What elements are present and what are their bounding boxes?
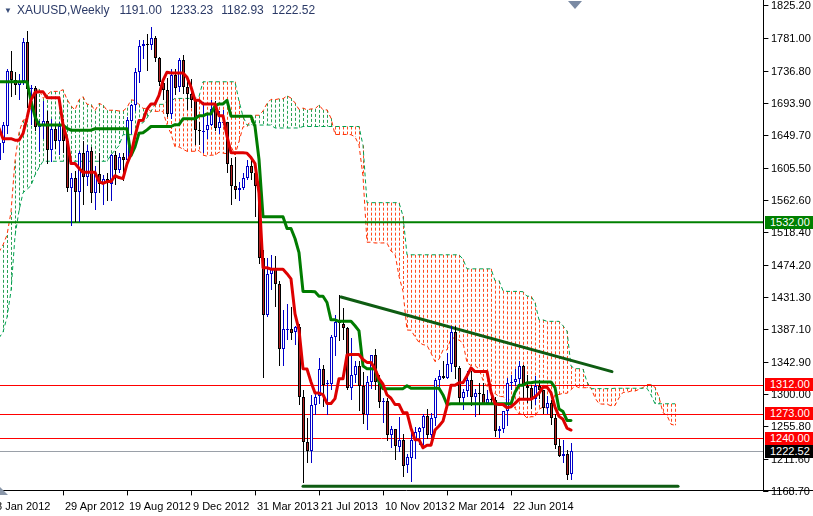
ohlc-open-value: 1191.00 <box>119 3 162 17</box>
symbol-info-line: ▼XAUUSD,Weekly1191.001233.231182.931222.… <box>4 3 323 17</box>
symbol-dropdown-icon[interactable]: ▼ <box>4 6 12 15</box>
price-chart-canvas[interactable] <box>0 0 813 516</box>
ohlc-high-value: 1233.23 <box>170 3 213 17</box>
last-bar-marker-icon <box>568 1 582 9</box>
chart-begin-marker-icon <box>0 487 8 495</box>
ohlc-low-value: 1182.93 <box>221 3 264 17</box>
mt4-chart-window: ▼XAUUSD,Weekly1191.001233.231182.931222.… <box>0 0 813 516</box>
symbol-timeframe-label: XAUUSD,Weekly <box>17 3 109 17</box>
ohlc-close-value: 1222.52 <box>272 3 315 17</box>
